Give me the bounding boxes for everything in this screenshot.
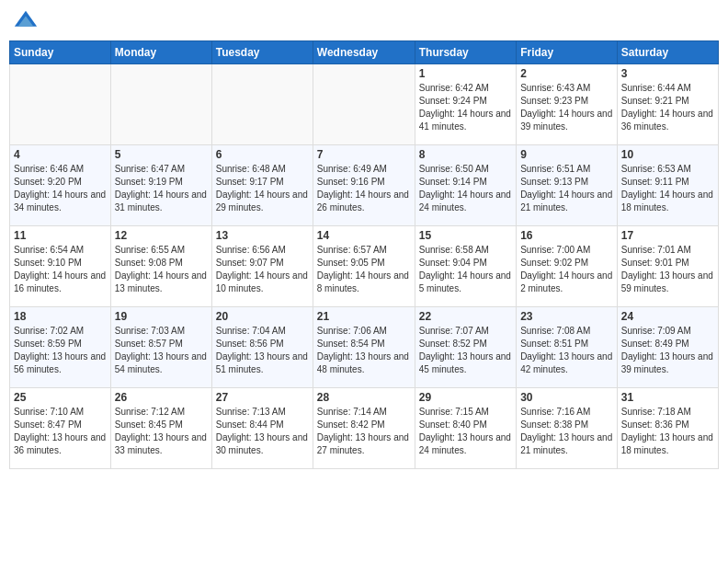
day-info: Sunrise: 7:08 AMSunset: 8:51 PMDaylight:… [520,325,613,376]
day-number: 17 [621,229,714,242]
day-info: Sunrise: 6:43 AMSunset: 9:23 PMDaylight:… [520,82,613,133]
calendar-day-cell: 20Sunrise: 7:04 AMSunset: 8:56 PMDayligh… [211,307,313,388]
day-info: Sunrise: 6:57 AMSunset: 9:05 PMDaylight:… [317,244,411,295]
calendar-day-cell [110,64,211,145]
calendar-week-row: 4Sunrise: 6:46 AMSunset: 9:20 PMDaylight… [10,145,719,226]
day-of-week-header: Friday [517,41,618,64]
day-info: Sunrise: 6:58 AMSunset: 9:04 PMDaylight:… [419,244,512,295]
day-number: 15 [419,229,512,242]
day-info: Sunrise: 7:10 AMSunset: 8:47 PMDaylight:… [14,406,107,457]
day-info: Sunrise: 6:55 AMSunset: 9:08 PMDaylight:… [115,244,208,295]
calendar-day-cell [211,64,313,145]
day-number: 30 [520,391,613,404]
calendar-day-cell: 11Sunrise: 6:54 AMSunset: 9:10 PMDayligh… [10,226,111,307]
calendar-day-cell: 10Sunrise: 6:53 AMSunset: 9:11 PMDayligh… [617,145,718,226]
day-info: Sunrise: 6:54 AMSunset: 9:10 PMDaylight:… [14,244,107,295]
day-number: 12 [115,229,208,242]
day-info: Sunrise: 7:13 AMSunset: 8:44 PMDaylight:… [216,406,309,457]
day-info: Sunrise: 7:14 AMSunset: 8:42 PMDaylight:… [317,406,411,457]
day-number: 14 [317,229,411,242]
calendar-day-cell: 7Sunrise: 6:49 AMSunset: 9:16 PMDaylight… [313,145,415,226]
day-number: 10 [621,148,714,161]
calendar-day-cell: 4Sunrise: 6:46 AMSunset: 9:20 PMDaylight… [10,145,111,226]
calendar-day-cell [10,64,111,145]
day-info: Sunrise: 7:16 AMSunset: 8:38 PMDaylight:… [520,406,613,457]
calendar-day-cell: 18Sunrise: 7:02 AMSunset: 8:59 PMDayligh… [10,307,111,388]
calendar-day-cell: 1Sunrise: 6:42 AMSunset: 9:24 PMDaylight… [415,64,516,145]
day-info: Sunrise: 7:09 AMSunset: 8:49 PMDaylight:… [621,325,714,376]
calendar-day-cell: 26Sunrise: 7:12 AMSunset: 8:45 PMDayligh… [110,388,211,469]
calendar-day-cell: 30Sunrise: 7:16 AMSunset: 8:38 PMDayligh… [517,388,618,469]
day-number: 16 [520,229,613,242]
day-info: Sunrise: 6:49 AMSunset: 9:16 PMDaylight:… [317,163,411,214]
day-number: 9 [520,148,613,161]
day-info: Sunrise: 7:01 AMSunset: 9:01 PMDaylight:… [621,244,714,295]
calendar-day-cell: 21Sunrise: 7:06 AMSunset: 8:54 PMDayligh… [313,307,415,388]
day-number: 24 [621,310,714,323]
calendar-day-cell: 23Sunrise: 7:08 AMSunset: 8:51 PMDayligh… [517,307,618,388]
day-info: Sunrise: 7:00 AMSunset: 9:02 PMDaylight:… [520,244,613,295]
calendar-day-cell: 13Sunrise: 6:56 AMSunset: 9:07 PMDayligh… [211,226,313,307]
calendar-day-cell: 22Sunrise: 7:07 AMSunset: 8:52 PMDayligh… [415,307,516,388]
day-number: 13 [216,229,309,242]
day-number: 8 [419,148,512,161]
calendar-day-cell [313,64,415,145]
calendar-day-cell: 29Sunrise: 7:15 AMSunset: 8:40 PMDayligh… [415,388,516,469]
day-info: Sunrise: 6:42 AMSunset: 9:24 PMDaylight:… [419,82,512,133]
calendar-day-cell: 9Sunrise: 6:51 AMSunset: 9:13 PMDaylight… [517,145,618,226]
day-number: 19 [115,310,208,323]
day-number: 20 [216,310,309,323]
day-info: Sunrise: 7:06 AMSunset: 8:54 PMDaylight:… [317,325,411,376]
day-number: 6 [216,148,309,161]
day-number: 31 [621,391,714,404]
day-number: 2 [520,67,613,80]
calendar-day-cell: 15Sunrise: 6:58 AMSunset: 9:04 PMDayligh… [415,226,516,307]
calendar-day-cell: 25Sunrise: 7:10 AMSunset: 8:47 PMDayligh… [10,388,111,469]
page-header [9,9,719,35]
day-number: 23 [520,310,613,323]
day-number: 5 [115,148,208,161]
day-info: Sunrise: 6:48 AMSunset: 9:17 PMDaylight:… [216,163,309,214]
calendar-day-cell: 17Sunrise: 7:01 AMSunset: 9:01 PMDayligh… [617,226,718,307]
day-number: 26 [115,391,208,404]
day-of-week-header: Saturday [617,41,718,64]
logo [13,9,42,35]
calendar-day-cell: 6Sunrise: 6:48 AMSunset: 9:17 PMDaylight… [211,145,313,226]
day-of-week-header: Monday [110,41,211,64]
calendar-day-cell: 14Sunrise: 6:57 AMSunset: 9:05 PMDayligh… [313,226,415,307]
calendar-week-row: 25Sunrise: 7:10 AMSunset: 8:47 PMDayligh… [10,388,719,469]
day-info: Sunrise: 7:07 AMSunset: 8:52 PMDaylight:… [419,325,512,376]
calendar-week-row: 11Sunrise: 6:54 AMSunset: 9:10 PMDayligh… [10,226,719,307]
day-info: Sunrise: 7:04 AMSunset: 8:56 PMDaylight:… [216,325,309,376]
calendar-week-row: 18Sunrise: 7:02 AMSunset: 8:59 PMDayligh… [10,307,719,388]
day-number: 29 [419,391,512,404]
day-info: Sunrise: 6:50 AMSunset: 9:14 PMDaylight:… [419,163,512,214]
calendar-day-cell: 24Sunrise: 7:09 AMSunset: 8:49 PMDayligh… [617,307,718,388]
day-info: Sunrise: 6:46 AMSunset: 9:20 PMDaylight:… [14,163,107,214]
day-of-week-header: Tuesday [211,41,313,64]
calendar-day-cell: 16Sunrise: 7:00 AMSunset: 9:02 PMDayligh… [517,226,618,307]
day-number: 22 [419,310,512,323]
calendar-day-cell: 28Sunrise: 7:14 AMSunset: 8:42 PMDayligh… [313,388,415,469]
calendar-day-cell: 3Sunrise: 6:44 AMSunset: 9:21 PMDaylight… [617,64,718,145]
day-number: 18 [14,310,107,323]
day-of-week-header: Wednesday [313,41,415,64]
day-of-week-header: Thursday [415,41,516,64]
calendar-week-row: 1Sunrise: 6:42 AMSunset: 9:24 PMDaylight… [10,64,719,145]
calendar-day-cell: 8Sunrise: 6:50 AMSunset: 9:14 PMDaylight… [415,145,516,226]
day-info: Sunrise: 6:47 AMSunset: 9:19 PMDaylight:… [115,163,208,214]
day-info: Sunrise: 6:51 AMSunset: 9:13 PMDaylight:… [520,163,613,214]
day-info: Sunrise: 6:53 AMSunset: 9:11 PMDaylight:… [621,163,714,214]
day-number: 11 [14,229,107,242]
day-info: Sunrise: 7:02 AMSunset: 8:59 PMDaylight:… [14,325,107,376]
day-info: Sunrise: 6:56 AMSunset: 9:07 PMDaylight:… [216,244,309,295]
day-number: 25 [14,391,107,404]
day-info: Sunrise: 7:18 AMSunset: 8:36 PMDaylight:… [621,406,714,457]
day-number: 3 [621,67,714,80]
calendar-day-cell: 5Sunrise: 6:47 AMSunset: 9:19 PMDaylight… [110,145,211,226]
calendar-day-cell: 2Sunrise: 6:43 AMSunset: 9:23 PMDaylight… [517,64,618,145]
day-number: 1 [419,67,512,80]
day-info: Sunrise: 7:12 AMSunset: 8:45 PMDaylight:… [115,406,208,457]
day-number: 28 [317,391,411,404]
calendar-day-cell: 31Sunrise: 7:18 AMSunset: 8:36 PMDayligh… [617,388,718,469]
